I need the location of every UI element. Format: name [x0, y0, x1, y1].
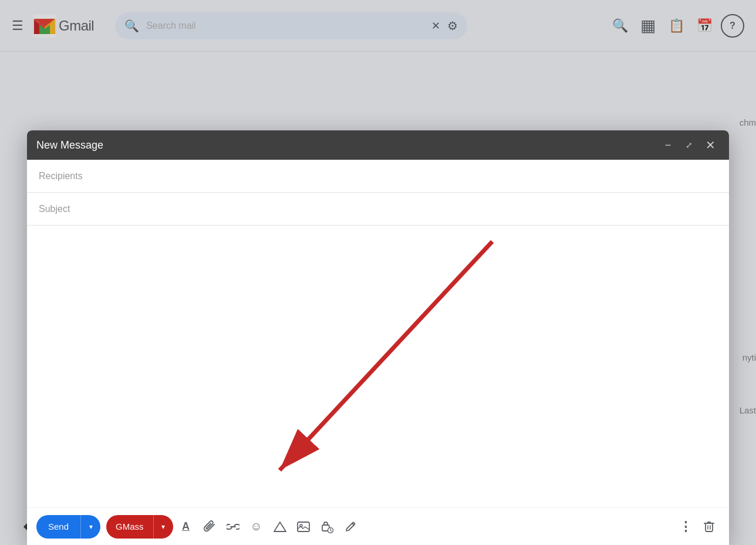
close-button[interactable]: ✕ — [701, 136, 720, 154]
attach-button[interactable] — [199, 516, 220, 537]
format-text-button[interactable]: A — [176, 516, 197, 537]
compose-title: New Message — [36, 139, 659, 152]
svg-line-10 — [279, 241, 492, 470]
emoji-button[interactable]: ☺ — [246, 516, 267, 537]
subject-field[interactable]: Subject — [27, 193, 729, 226]
link-button[interactable] — [222, 516, 244, 537]
gmass-button-group: GMass ▾ — [106, 515, 173, 539]
delete-button[interactable] — [698, 516, 720, 537]
message-textarea[interactable] — [39, 235, 717, 255]
send-button[interactable]: Send — [36, 515, 80, 539]
recipients-input[interactable] — [86, 171, 717, 181]
svg-rect-15 — [706, 523, 713, 531]
more-options-button[interactable]: ⋮ — [675, 516, 696, 537]
minimize-button[interactable]: − — [659, 136, 677, 154]
drive-button[interactable] — [269, 516, 291, 537]
subject-label: Subject — [39, 204, 86, 214]
gmass-button[interactable]: GMass — [106, 515, 153, 539]
recipients-field[interactable]: Recipients — [27, 160, 729, 193]
compose-dialog: New Message − ⤢ ✕ Recipients Subject — [27, 130, 729, 545]
schedule-button[interactable] — [316, 516, 338, 537]
signature-button[interactable] — [340, 516, 361, 537]
compose-header: New Message − ⤢ ✕ — [27, 130, 729, 160]
expand-button[interactable]: ⤢ — [680, 136, 698, 154]
gmass-dropdown-button[interactable]: ▾ — [153, 515, 173, 539]
send-button-group: Send ▾ — [36, 515, 100, 539]
send-dropdown-button[interactable]: ▾ — [80, 515, 100, 539]
photo-button[interactable] — [293, 516, 314, 537]
header-actions: − ⤢ ✕ — [659, 136, 720, 154]
compose-body: Recipients Subject — [27, 160, 729, 545]
compose-toolbar: Send ▾ GMass ▾ A — [27, 507, 729, 545]
message-area[interactable] — [27, 226, 729, 507]
arrow-annotation — [27, 226, 729, 507]
subject-input[interactable] — [86, 204, 717, 214]
recipients-label: Recipients — [39, 171, 86, 181]
